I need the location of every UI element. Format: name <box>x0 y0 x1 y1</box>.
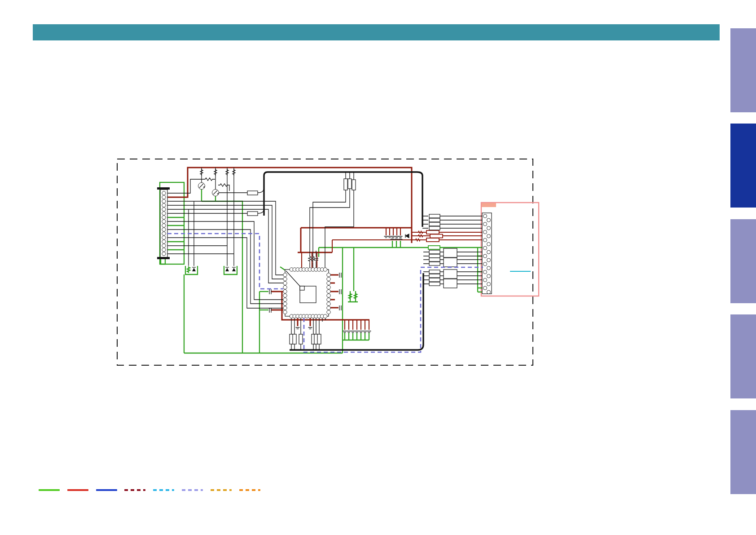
legend-wire-orange <box>239 489 260 491</box>
legend-wire-blue <box>96 489 117 491</box>
legend-wire-lavender <box>182 489 203 491</box>
legend-wire-dark-red <box>124 489 145 491</box>
left-connector <box>157 187 170 259</box>
diode-row <box>405 234 409 238</box>
legend-wire-amber <box>211 489 232 491</box>
pink-frame-label-block <box>482 203 496 207</box>
black-power-loop <box>264 172 423 350</box>
green-resistor <box>428 246 440 249</box>
legend-wire-cyan <box>153 489 174 491</box>
circuit-schematic <box>0 0 756 535</box>
legend-wire-green <box>39 489 60 491</box>
legend-wire-red <box>67 489 88 491</box>
ic-chip <box>283 268 330 318</box>
right-connector <box>482 213 492 294</box>
